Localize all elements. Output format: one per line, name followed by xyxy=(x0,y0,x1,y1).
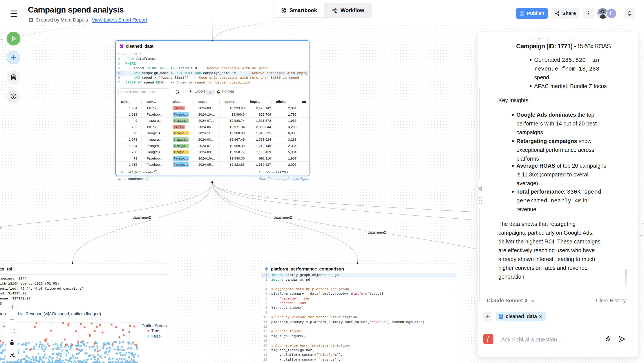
svg-text:dataframe2: dataframe2 xyxy=(0,226,2,230)
svg-text:Outlier Status: Outlier Status xyxy=(142,323,167,328)
svg-text:SQL: SQL xyxy=(120,46,123,47)
svg-text:dataframe2: dataframe2 xyxy=(368,230,386,234)
svg-text:False: False xyxy=(151,334,161,338)
svg-text:True: True xyxy=(151,329,159,333)
svg-text:SQL: SQL xyxy=(499,316,503,318)
svg-text:dataframe2: dataframe2 xyxy=(274,215,292,219)
svg-text:dataframe2: dataframe2 xyxy=(133,215,151,219)
